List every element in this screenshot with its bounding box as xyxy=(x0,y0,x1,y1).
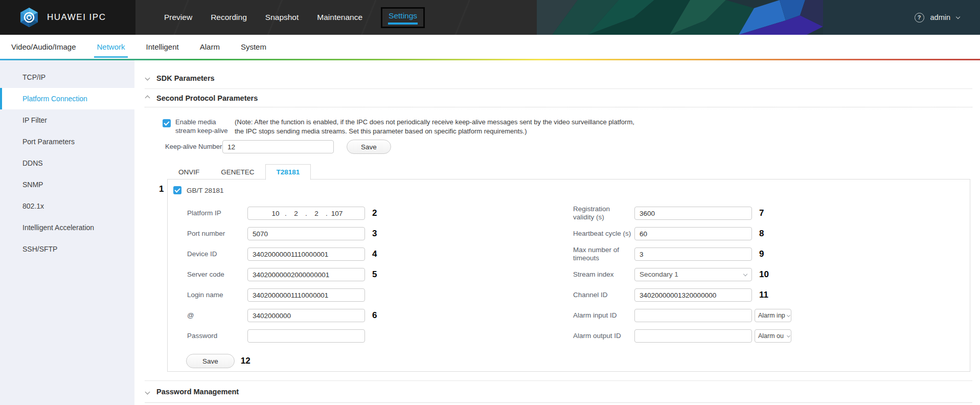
sidebar-item-8021x[interactable]: 802.1x xyxy=(0,195,134,217)
gbt-28181-row: GB/T 28181 xyxy=(173,186,224,194)
password-input[interactable] xyxy=(247,329,365,343)
max-timeouts-row: Max number of timeouts 9 xyxy=(573,244,880,264)
main-content: SDK Parameters Second Protocol Parameter… xyxy=(134,60,980,405)
sidebar-item-intelligent-acceleration[interactable]: Intelligent Acceleration xyxy=(0,217,134,238)
sidebar-item-ssh-sftp[interactable]: SSH/SFTP xyxy=(0,238,134,260)
annotation-6: 6 xyxy=(372,310,377,321)
keepalive-enable-row: Enable media stream keep-alive (Note: Af… xyxy=(145,118,972,137)
huawei-ipc-logo-icon xyxy=(19,7,39,28)
annotation-4: 4 xyxy=(372,249,377,259)
channel-id-row: Channel ID 11 xyxy=(573,285,880,305)
subnav-intelligent[interactable]: Intelligent xyxy=(146,42,179,51)
brand-block: HUAWEI IPC xyxy=(0,0,135,35)
sidebar-item-ddns[interactable]: DDNS xyxy=(0,152,134,174)
server-code-input[interactable] xyxy=(247,268,365,281)
heartbeat-cycle-label: Heartbeat cycle (s) xyxy=(573,230,631,238)
t28181-save-button[interactable]: Save xyxy=(186,354,235,368)
keepalive-number-input[interactable] xyxy=(222,140,334,153)
max-timeouts-label: Max number of timeouts xyxy=(573,246,631,262)
keepalive-note-line1: (Note: After the function is enabled, if… xyxy=(235,118,634,126)
brand-name: HUAWEI IPC xyxy=(47,12,106,22)
ip-dot: . xyxy=(303,210,310,217)
chevron-down-icon xyxy=(145,76,150,81)
alarm-output-id-label: Alarm output ID xyxy=(573,332,631,340)
annotation-7: 7 xyxy=(759,208,764,218)
password-row: Password xyxy=(187,326,443,346)
platform-ip-input[interactable]: 10 . 2 . 2 . 107 xyxy=(247,207,365,220)
stream-index-select[interactable]: Secondary 1 xyxy=(634,268,752,281)
tab-t28181[interactable]: T28181 xyxy=(265,164,311,180)
sidebar-item-platform-connection[interactable]: Platform Connection xyxy=(0,88,134,109)
user-menu[interactable]: admin xyxy=(930,13,951,21)
channel-id-input[interactable] xyxy=(634,288,752,302)
enable-media-stream-keepalive-checkbox[interactable] xyxy=(163,119,171,127)
at-label: @ xyxy=(187,311,244,320)
alarm-input-select[interactable]: Alarm inp xyxy=(755,309,791,322)
annotation-5: 5 xyxy=(372,269,377,280)
top-menu-recording[interactable]: Recording xyxy=(211,13,247,22)
alarm-output-select[interactable]: Alarm ou xyxy=(755,329,791,343)
protocol-tabs: ONVIF GENETEC T28181 xyxy=(168,165,972,179)
top-menu: Preview Recording Snapshot Maintenance S… xyxy=(135,0,425,35)
alarm-input-id-input[interactable] xyxy=(634,309,752,322)
keepalive-number-label: Keep-alive Number xyxy=(165,143,222,151)
section-title: Password Management xyxy=(156,388,239,396)
at-input[interactable] xyxy=(247,309,365,322)
port-number-input[interactable] xyxy=(247,227,365,240)
sidebar-item-port-parameters[interactable]: Port Parameters xyxy=(0,131,134,152)
section-header-password-management[interactable]: Password Management xyxy=(145,381,972,403)
huawei-ipc-settings-page: HUAWEI IPC Preview Recording Snapshot Ma… xyxy=(0,0,980,405)
subnav-video-audio-image[interactable]: Video/Audio/Image xyxy=(11,42,76,51)
keepalive-save-button[interactable]: Save xyxy=(347,140,391,154)
network-sidebar: TCP/IP Platform Connection IP Filter Por… xyxy=(0,60,134,405)
device-id-label: Device ID xyxy=(187,250,244,258)
subnav-system[interactable]: System xyxy=(241,42,266,51)
polygon-banner-graphic xyxy=(537,0,823,35)
top-menu-maintenance[interactable]: Maintenance xyxy=(317,13,362,22)
alarm-input-id-row: Alarm input ID Alarm inp xyxy=(573,305,880,326)
annotation-8: 8 xyxy=(759,229,764,239)
alarm-input-select-value: Alarm inp xyxy=(758,312,785,319)
alarm-output-id-row: Alarm output ID Alarm ou xyxy=(573,326,880,346)
top-menu-preview[interactable]: Preview xyxy=(164,13,192,22)
tab-genetec[interactable]: GENETEC xyxy=(210,165,265,179)
channel-id-label: Channel ID xyxy=(573,291,631,299)
top-bar: HUAWEI IPC Preview Recording Snapshot Ma… xyxy=(0,0,980,35)
heartbeat-cycle-input[interactable] xyxy=(634,227,752,240)
login-name-input[interactable] xyxy=(247,288,365,302)
registration-validity-input[interactable] xyxy=(634,207,752,220)
server-code-label: Server code xyxy=(187,271,244,279)
enable-media-stream-keepalive-label: Enable media stream keep-alive xyxy=(175,118,228,135)
section-title: Second Protocol Parameters xyxy=(156,94,258,102)
chevron-up-icon xyxy=(145,96,150,101)
annotation-2: 2 xyxy=(372,208,377,218)
port-number-row: Port number 3 xyxy=(187,223,443,244)
annotation-10: 10 xyxy=(759,269,769,280)
stream-index-label: Stream index xyxy=(573,271,631,279)
annotation-11: 11 xyxy=(759,290,768,300)
gbt-28181-checkbox[interactable] xyxy=(173,186,181,194)
form-column-left: Platform IP 10 . 2 . 2 . 107 2 xyxy=(187,203,443,346)
sidebar-item-tcpip[interactable]: TCP/IP xyxy=(0,66,134,88)
alarm-output-id-input[interactable] xyxy=(634,329,752,343)
keepalive-note-line2: the IPC stops sending media streams. Set… xyxy=(235,127,527,135)
subnav-network[interactable]: Network xyxy=(97,42,125,51)
platform-ip-label: Platform IP xyxy=(187,209,244,217)
section-header-sdk-parameters[interactable]: SDK Parameters xyxy=(145,68,972,89)
section-header-second-protocol-parameters[interactable]: Second Protocol Parameters xyxy=(145,89,972,107)
top-menu-settings[interactable]: Settings xyxy=(381,7,425,28)
alarm-output-select-value: Alarm ou xyxy=(758,332,784,340)
annotation-1: 1 xyxy=(159,184,164,194)
top-menu-snapshot[interactable]: Snapshot xyxy=(265,13,299,22)
alarm-input-id-label: Alarm input ID xyxy=(573,311,631,320)
max-timeouts-input[interactable] xyxy=(634,248,752,261)
sidebar-item-snmp[interactable]: SNMP xyxy=(0,174,134,195)
ip-dot: . xyxy=(323,210,330,217)
chevron-down-icon xyxy=(787,313,790,317)
tab-onvif[interactable]: ONVIF xyxy=(168,165,210,179)
help-icon[interactable]: ? xyxy=(915,13,924,22)
ip-octet-1: 10 xyxy=(269,210,282,217)
device-id-input[interactable] xyxy=(247,248,365,261)
subnav-alarm[interactable]: Alarm xyxy=(200,42,220,51)
sidebar-item-ip-filter[interactable]: IP Filter xyxy=(0,109,134,131)
